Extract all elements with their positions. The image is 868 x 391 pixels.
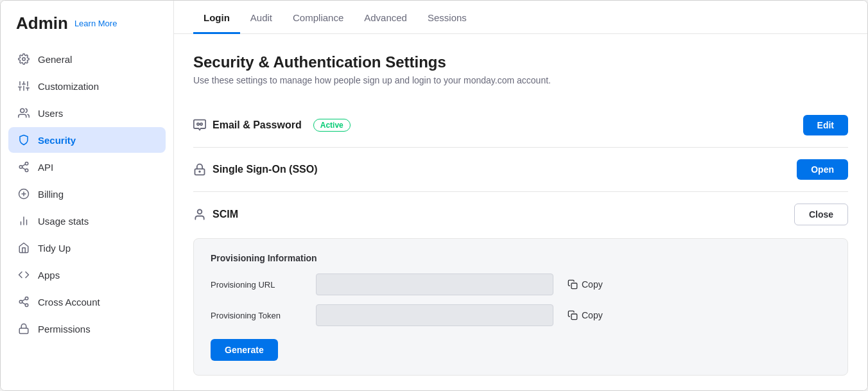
scim-expanded-panel: Provisioning Information Provisioning UR…	[193, 238, 848, 376]
section-left: Email & Password Active	[193, 119, 803, 132]
provisioning-token-label: Provisioning Token	[211, 311, 307, 320]
scim-user-icon	[193, 208, 206, 221]
sidebar-item-tidy-up[interactable]: Tidy Up	[8, 235, 166, 261]
tab-login[interactable]: Login	[193, 1, 240, 34]
sidebar-item-label: Usage stats	[38, 216, 89, 227]
sidebar-item-customization[interactable]: Customization	[8, 73, 166, 99]
sidebar-nav: General Customization Users	[1, 46, 173, 342]
provisioning-url-input[interactable]	[316, 274, 553, 295]
sidebar-item-billing[interactable]: Billing	[8, 181, 166, 207]
scim-section: SCIM Close Provisioning Information Prov…	[193, 192, 848, 387]
sidebar-item-label: Customization	[38, 81, 99, 92]
sidebar-item-label: Tidy Up	[38, 243, 71, 254]
api-icon	[17, 161, 30, 173]
email-password-label: Email & Password	[213, 119, 302, 131]
bar-chart-icon	[17, 214, 30, 227]
sidebar-item-label: Billing	[38, 189, 64, 200]
active-badge: Active	[313, 119, 351, 132]
tidy-icon	[17, 241, 30, 254]
svg-point-28	[197, 123, 199, 125]
svg-point-31	[199, 171, 200, 173]
svg-point-0	[22, 58, 26, 61]
main-area: Login Audit Compliance Advanced Sessions…	[174, 1, 867, 390]
copy-url-button[interactable]: Copy	[562, 277, 608, 292]
admin-title: Admin	[16, 13, 68, 33]
svg-line-14	[22, 168, 25, 169]
sidebar-item-label: General	[38, 54, 72, 65]
sidebar-item-label: Cross Account	[38, 297, 100, 308]
sidebar-item-cross-account[interactable]: Cross Account	[8, 289, 166, 315]
generate-button[interactable]: Generate	[211, 339, 278, 361]
content-area: Security & Authentication Settings Use t…	[174, 34, 867, 390]
sidebar-item-users[interactable]: Users	[8, 100, 166, 126]
sidebar-item-general[interactable]: General	[8, 46, 166, 72]
lock-icon	[17, 322, 30, 335]
page-title: Security & Authentication Settings	[193, 53, 848, 71]
cross-account-icon	[17, 295, 30, 308]
provisioning-token-row: Provisioning Token Copy	[211, 304, 831, 326]
email-password-section: Email & Password Active Edit	[193, 103, 848, 148]
sidebar-item-security[interactable]: Security	[8, 127, 166, 153]
copy-icon	[568, 279, 578, 290]
provisioning-token-input[interactable]	[316, 304, 553, 326]
sidebar-item-permissions[interactable]: Permissions	[8, 316, 166, 342]
copy-token-button[interactable]: Copy	[562, 308, 608, 323]
sso-lock-icon	[193, 163, 206, 176]
tab-advanced[interactable]: Advanced	[354, 1, 417, 34]
provisioning-url-row: Provisioning URL Copy	[211, 274, 831, 295]
gear-icon	[17, 53, 30, 65]
users-icon	[17, 107, 30, 119]
svg-rect-33	[571, 283, 577, 289]
sidebar-header: Admin Learn More	[1, 13, 173, 46]
sidebar: Admin Learn More General Customization	[1, 1, 174, 390]
svg-line-15	[22, 164, 25, 166]
copy-icon	[568, 310, 578, 320]
svg-rect-27	[19, 328, 28, 333]
copy-token-label: Copy	[582, 310, 603, 320]
sidebar-item-label: Users	[38, 108, 63, 119]
tab-sessions[interactable]: Sessions	[417, 1, 477, 34]
sidebar-item-label: API	[38, 162, 53, 173]
provisioning-url-label: Provisioning URL	[211, 280, 307, 290]
edit-button[interactable]: Edit	[803, 115, 848, 135]
svg-line-25	[22, 302, 25, 304]
app-window: Admin Learn More General Customization	[0, 0, 868, 391]
code-icon	[17, 268, 30, 281]
shield-icon	[17, 134, 30, 146]
sidebar-item-label: Security	[38, 135, 76, 146]
copy-url-label: Copy	[582, 279, 603, 290]
sliders-icon	[17, 80, 30, 92]
dollar-icon	[17, 187, 30, 200]
tab-audit[interactable]: Audit	[240, 1, 282, 34]
sidebar-item-apps[interactable]: Apps	[8, 262, 166, 288]
email-icon	[193, 119, 206, 132]
page-subtitle: Use these settings to manage how people …	[193, 75, 848, 85]
sso-section: Single Sign-On (SSO) Open	[193, 148, 848, 192]
svg-rect-34	[571, 314, 577, 320]
svg-line-26	[22, 299, 25, 301]
close-button[interactable]: Close	[794, 204, 848, 225]
section-left: Single Sign-On (SSO)	[193, 163, 797, 176]
sso-label: Single Sign-On (SSO)	[213, 164, 318, 175]
sidebar-item-api[interactable]: API	[8, 154, 166, 180]
scim-label: SCIM	[213, 209, 238, 220]
scim-header: SCIM Close	[193, 204, 848, 233]
scim-section-title: Provisioning Information	[211, 253, 831, 263]
learn-more-link[interactable]: Learn More	[74, 19, 117, 28]
svg-point-10	[21, 109, 24, 112]
sidebar-item-label: Apps	[38, 270, 60, 281]
svg-point-29	[200, 123, 202, 125]
tab-compliance[interactable]: Compliance	[282, 1, 354, 34]
section-left: SCIM	[193, 208, 794, 221]
tabs-bar: Login Audit Compliance Advanced Sessions	[174, 1, 867, 34]
sidebar-item-label: Permissions	[38, 324, 91, 335]
open-button[interactable]: Open	[797, 159, 848, 180]
sidebar-item-usage-stats[interactable]: Usage stats	[8, 208, 166, 234]
svg-point-32	[198, 210, 202, 214]
